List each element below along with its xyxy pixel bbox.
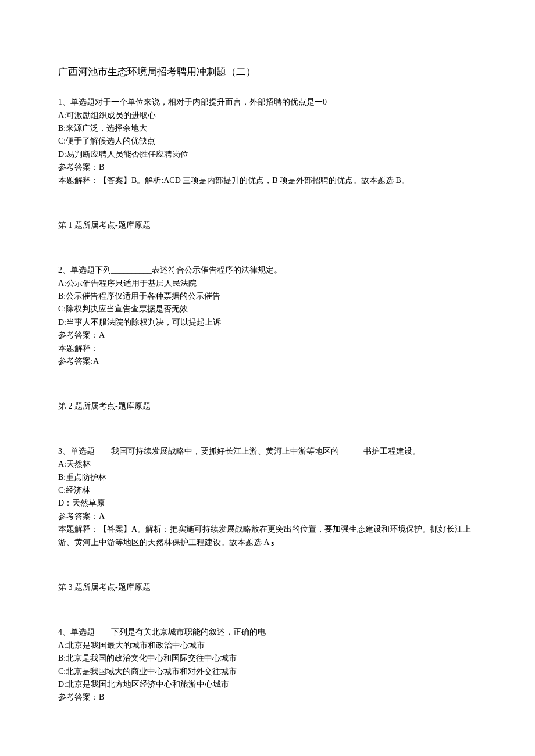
document-title: 广西河池市生态环境局招考聘用冲刺题（二） <box>58 64 477 80</box>
extra-answer: 参考答案:A <box>58 355 477 368</box>
option-c: C:北京是我国域大的商业中心城市和对外交往城市 <box>58 665 477 678</box>
option-c: C:便于了解候选人的优缺点 <box>58 135 477 148</box>
answer: 参考答案：B <box>58 161 477 174</box>
option-b: B:公示催告程序仅适用于各种票据的公示催告 <box>58 290 477 303</box>
question-stem: 2、单选题下列__________表述符合公示催告程序的法律规定。 <box>58 264 477 277</box>
option-b: B:北京是我国的政治文化中心和国际交往中心城市 <box>58 652 477 665</box>
question-stem: 4、单选题 下列是有关北京城市职能的叙述，正确的电 <box>58 626 477 639</box>
question-stem: 1、单选题对于一个单位来说，相对于内部提升而言，外部招聘的优点是一0 <box>58 96 477 109</box>
option-a: A:公示催告程序只适用于基层人民法院 <box>58 277 477 290</box>
option-d: D:易判断应聘人员能否胜任应聘岗位 <box>58 148 477 161</box>
question-stem: 3、单选题 我国可持续发展战略中，要抓好长江上游、黄河上中游等地区的 书护工程建… <box>58 445 477 458</box>
explanation: 本题解释： <box>58 342 477 355</box>
question-block-1: 1、单选题对于一个单位来说，相对于内部提升而言，外部招聘的优点是一0 A:可激励… <box>58 96 477 232</box>
option-a: A:可激励组织成员的进取心 <box>58 109 477 122</box>
option-d: D：天然草原 <box>58 497 477 510</box>
option-c: C:经济林 <box>58 484 477 497</box>
answer: 参考答案：B <box>58 691 477 704</box>
question-block-2: 2、单选题下列__________表述符合公示催告程序的法律规定。 A:公示催告… <box>58 264 477 413</box>
question-block-4: 4、单选题 下列是有关北京城市职能的叙述，正确的电 A:北京是我国最大的城市和政… <box>58 626 477 704</box>
option-a: A:北京是我国最大的城市和政治中心城市 <box>58 639 477 652</box>
explanation: 本题解释：【答案】A。解析：把实施可持续发展战略放在更突出的位置，要加强生态建设… <box>58 523 477 549</box>
option-a: A:天然林 <box>58 458 477 471</box>
option-d: D:当事人不服法院的除权判决，可以提起上诉 <box>58 316 477 329</box>
option-d: D:北京是我国北方地区经济中心和旅游中心城市 <box>58 678 477 691</box>
option-b: B:来源广泛，选择余地大 <box>58 122 477 135</box>
topic-ref: 第 1 题所属考点-题库原题 <box>58 219 477 232</box>
question-block-3: 3、单选题 我国可持续发展战略中，要抓好长江上游、黄河上中游等地区的 书护工程建… <box>58 445 477 594</box>
topic-ref: 第 2 题所属考点-题库原题 <box>58 400 477 413</box>
topic-ref: 第 3 题所属考点-题库原题 <box>58 581 477 594</box>
option-b: B:重点防护林 <box>58 471 477 484</box>
document-page: 广西河池市生态环境局招考聘用冲刺题（二） 1、单选题对于一个单位来说，相对于内部… <box>0 0 535 756</box>
option-c: C:除权判决应当宣告查票据是否无效 <box>58 303 477 316</box>
explanation: 本题解释：【答案】B。解析:ACD 三项是内部提升的优点，B 项是外部招聘的优点… <box>58 174 477 187</box>
answer: 参考答案：A <box>58 510 477 523</box>
answer: 参考答案：A <box>58 329 477 342</box>
